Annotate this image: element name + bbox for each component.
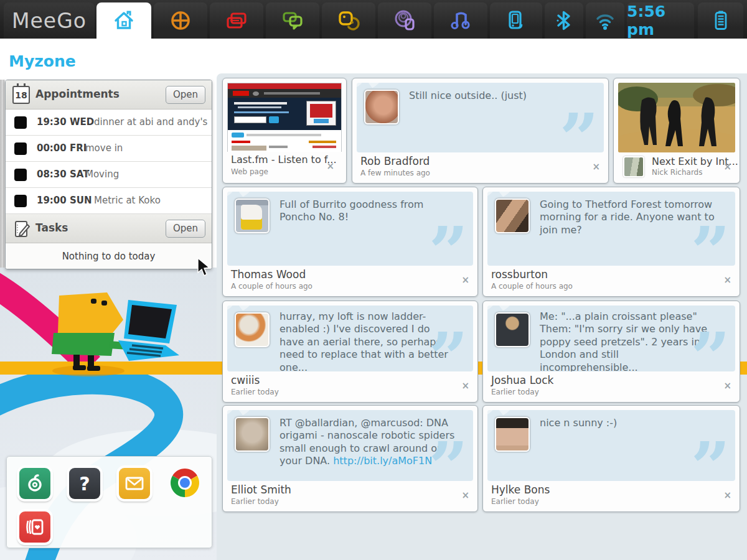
- decor: [232, 133, 244, 138]
- card-close-button[interactable]: ×: [592, 161, 600, 172]
- appointment-when: 19:30 WED: [37, 116, 94, 128]
- tray-battery[interactable]: [698, 2, 743, 39]
- launcher-panel: ?: [6, 456, 212, 548]
- chrome-glyph: [167, 465, 202, 500]
- tab-internet[interactable]: [378, 2, 431, 39]
- tray-network[interactable]: [586, 2, 624, 39]
- card-timestamp: Earlier today: [231, 388, 279, 396]
- decor: [234, 111, 289, 113]
- appointment-bullet: [14, 169, 27, 181]
- status-message: hurray, my loft is now ladder-enabled :)…: [280, 310, 456, 371]
- web-preview-card[interactable]: Last.fm - Listen to f... Web page ×: [222, 78, 347, 184]
- tray-clock[interactable]: 5:56 pm: [627, 2, 694, 39]
- card-timestamp: A couple of hours ago: [491, 282, 573, 291]
- tab-people[interactable]: [322, 2, 375, 39]
- meego-logo-text: MeeGo: [12, 9, 87, 33]
- card-timestamp: Earlier today: [491, 497, 539, 506]
- card-footer: Elliot Smith Earlier today ×: [227, 482, 473, 509]
- agenda-panel: 18 Appointments Open 19:30 WED dinner at…: [5, 80, 212, 269]
- appointment-when: 00:00 FRI: [37, 142, 87, 154]
- bambuser-icon[interactable]: [19, 468, 50, 499]
- decor: [228, 130, 341, 152]
- card-author: cwiiis: [231, 374, 260, 386]
- status-card[interactable]: ” nice n sunny :-) ” Hylke Bons Earlier …: [482, 405, 740, 512]
- status-bubble: ” hurray, my loft is now ladder-enabled …: [227, 306, 473, 371]
- tasks-icon: [12, 220, 31, 238]
- status-message: RT @ballardian, @marcusod: DNA origami -…: [280, 417, 456, 468]
- status-bubble: ” Me: "...a plain croissant please" Them…: [487, 306, 735, 371]
- appointment-row[interactable]: 19:30 WED dinner at abi and andy's: [6, 110, 212, 136]
- appointment-what: Metric at Koko: [94, 195, 161, 206]
- tab-media[interactable]: [434, 2, 487, 39]
- decor: [232, 146, 266, 151]
- status-bubble: ” Going to Thetford Forest tomorrow morn…: [487, 192, 735, 266]
- card-close-button[interactable]: ×: [461, 380, 469, 391]
- card-close-button[interactable]: ×: [723, 380, 731, 391]
- card-footer: Hylke Bons Earlier today ×: [487, 482, 735, 509]
- media-card[interactable]: Next Exit by Int... Nick Richards ×: [613, 78, 740, 184]
- card-close-button[interactable]: ×: [461, 274, 469, 286]
- device-icon: [504, 8, 529, 33]
- tab-devices[interactable]: [490, 2, 542, 39]
- status-card[interactable]: ” Me: "...a plain croissant please" Them…: [482, 301, 740, 403]
- status-card[interactable]: ” hurray, my loft is now ladder-enabled …: [222, 301, 478, 403]
- calendar-icon: 18: [12, 86, 30, 104]
- card-footer: Next Exit by Int... Nick Richards ×: [618, 153, 735, 180]
- card-close-button[interactable]: ×: [461, 490, 469, 501]
- appointment-row[interactable]: 08:30 SAT Moving: [6, 162, 212, 188]
- avatar: [623, 156, 644, 177]
- chrome-icon[interactable]: [167, 465, 202, 500]
- appointment-row[interactable]: 00:00 FRI move in: [6, 136, 212, 162]
- decor: [234, 102, 287, 105]
- card-timestamp: A few minutes ago: [360, 169, 430, 177]
- card-close-button[interactable]: ×: [326, 161, 334, 172]
- appointment-what: Moving: [85, 169, 119, 180]
- status-bubble: ” Full of Burrito goodness from Poncho N…: [227, 192, 473, 266]
- mail-icon[interactable]: [119, 468, 150, 499]
- status-card[interactable]: ” RT @ballardian, @marcusod: DNA origami…: [222, 405, 478, 512]
- card-footer: Joshua Lock Earlier today ×: [487, 372, 735, 399]
- card-author: Elliot Smith: [231, 483, 291, 496]
- appointments-header: 18 Appointments Open: [6, 80, 212, 110]
- avatar: [364, 90, 399, 124]
- media-photo-art: [618, 83, 735, 152]
- tasks-title: Tasks: [35, 222, 68, 234]
- mouse-cursor: [197, 258, 212, 278]
- home-icon: [112, 9, 136, 32]
- decor: [247, 134, 321, 136]
- card-timestamp: A couple of hours ago: [231, 282, 312, 291]
- help-icon[interactable]: ?: [69, 468, 100, 499]
- tasks-open-button[interactable]: Open: [166, 220, 205, 238]
- people-icon: [336, 9, 361, 32]
- card-close-button[interactable]: ×: [723, 490, 731, 501]
- bambuser-glyph: [24, 473, 45, 494]
- card-footer: Rob Bradford A few minutes ago ×: [357, 153, 604, 180]
- clock-text: 5:56 pm: [627, 2, 694, 39]
- card-author: Hylke Bons: [491, 483, 550, 496]
- appointment-when: 08:30 SAT: [37, 169, 89, 180]
- status-chat-icon: [280, 9, 305, 32]
- tray-bluetooth[interactable]: [545, 2, 583, 39]
- decor: [228, 89, 341, 98]
- decor: [312, 146, 336, 148]
- status-message-link[interactable]: http://bit.ly/aMoF1N: [333, 455, 432, 467]
- tab-status[interactable]: [266, 2, 319, 39]
- status-card[interactable]: ” Going to Thetford Forest tomorrow morn…: [482, 187, 740, 297]
- appointment-bullet: [14, 116, 27, 129]
- avatar: [495, 312, 530, 347]
- avatar: [235, 198, 270, 233]
- card-close-button[interactable]: ×: [723, 161, 731, 172]
- tab-myzone[interactable]: [96, 2, 151, 39]
- status-card[interactable]: ” Still nice outside.. (just) ” Rob Brad…: [352, 78, 609, 184]
- page-title: Myzone: [9, 52, 76, 70]
- tab-zones[interactable]: [154, 2, 207, 39]
- envelope-glyph: [124, 473, 145, 494]
- card-author: Thomas Wood: [231, 268, 306, 281]
- tab-applications[interactable]: [210, 2, 263, 39]
- appointment-row[interactable]: 19:00 SUN Metric at Koko: [6, 188, 212, 214]
- status-bubble: ” RT @ballardian, @marcusod: DNA origami…: [227, 410, 473, 481]
- card-close-button[interactable]: ×: [723, 274, 731, 286]
- status-card[interactable]: ” Full of Burrito goodness from Poncho N…: [222, 187, 478, 297]
- media-cards-icon[interactable]: [19, 511, 50, 543]
- appointments-open-button[interactable]: Open: [166, 86, 205, 104]
